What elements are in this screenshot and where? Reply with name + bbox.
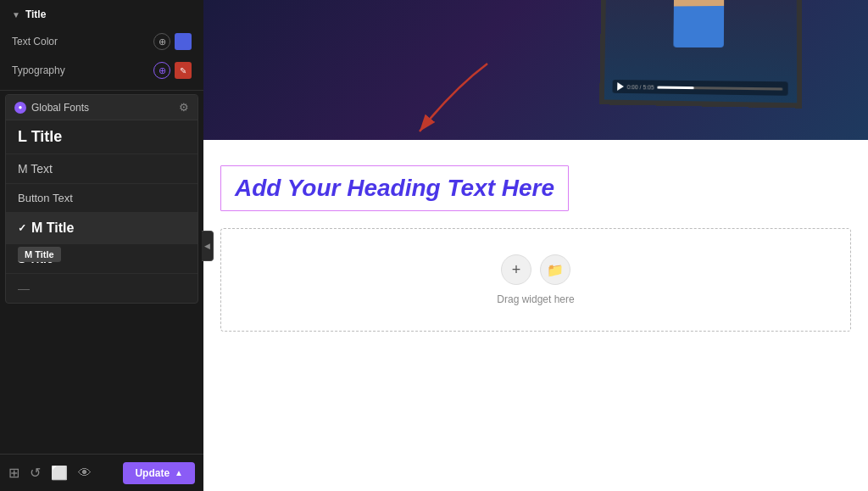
collapse-handle[interactable]: ◀ bbox=[202, 231, 214, 261]
text-color-label: Text Color bbox=[12, 36, 58, 47]
update-label: Update bbox=[135, 467, 170, 479]
canvas-area: 0:00 / 5:05 bbox=[203, 0, 868, 491]
global-fonts-dropdown: ● Global Fonts ⚙ L Title M Text Button T… bbox=[5, 94, 198, 304]
update-button[interactable]: Update ▲ bbox=[123, 462, 195, 484]
browse-widgets-button[interactable]: 📁 bbox=[540, 254, 570, 285]
typography-row: Typography ⊕ ✎ bbox=[12, 56, 192, 85]
gear-icon[interactable]: ⚙ bbox=[179, 101, 189, 114]
color-swatch[interactable] bbox=[175, 33, 192, 50]
typography-label: Typography bbox=[12, 64, 65, 76]
heading-text: Add Your Heading Text Here bbox=[235, 175, 554, 201]
typography-controls: ⊕ ✎ bbox=[153, 62, 192, 79]
global-dot-icon: ● bbox=[14, 102, 26, 114]
font-item-l-title[interactable]: L Title bbox=[6, 120, 198, 154]
font-item-dash[interactable]: — bbox=[6, 274, 198, 303]
layers-icon[interactable]: ⊞ bbox=[8, 465, 19, 481]
eye-icon[interactable]: 👁 bbox=[78, 466, 92, 481]
play-icon bbox=[617, 82, 624, 91]
widget-drop-zone[interactable]: + 📁 Drag widget here bbox=[220, 228, 851, 332]
title-section: ▼ Title Text Color ⊕ Typography ⊕ ✎ bbox=[0, 0, 203, 91]
update-chevron-icon: ▲ bbox=[175, 468, 183, 477]
font-item-m-text[interactable]: M Text bbox=[6, 154, 198, 184]
screen-person-graphic bbox=[673, 0, 724, 47]
dropdown-header-left: ● Global Fonts bbox=[14, 102, 89, 114]
collapse-arrow-icon: ▼ bbox=[12, 10, 20, 20]
text-color-row: Text Color ⊕ bbox=[12, 27, 192, 56]
title-label: Title bbox=[25, 8, 46, 20]
title-header: ▼ Title bbox=[12, 8, 192, 20]
progress-bar bbox=[657, 86, 782, 90]
heading-wrapper: Add Your Heading Text Here bbox=[220, 165, 851, 211]
sidebar-bottom: ⊞ ↺ ⬜ 👁 Update ▲ bbox=[0, 454, 203, 491]
drop-label: Drag widget here bbox=[497, 293, 574, 305]
annotation-arrow bbox=[352, 51, 521, 140]
collapse-icon: ◀ bbox=[204, 242, 210, 250]
dropdown-header: ● Global Fonts ⚙ bbox=[6, 95, 198, 120]
folder-icon: 📁 bbox=[547, 262, 564, 278]
screen-controls: 0:00 / 5:05 bbox=[612, 80, 787, 96]
m-title-tooltip: M Title bbox=[18, 247, 61, 262]
canvas-white: Add Your Heading Text Here + 📁 Drag widg… bbox=[203, 140, 868, 491]
sidebar: ▼ Title Text Color ⊕ Typography ⊕ ✎ bbox=[0, 0, 203, 491]
add-widget-button[interactable]: + bbox=[501, 254, 531, 285]
plus-icon: + bbox=[512, 261, 521, 279]
text-color-controls: ⊕ bbox=[153, 33, 192, 50]
canvas-top: 0:00 / 5:05 bbox=[203, 0, 868, 140]
history-icon[interactable]: ↺ bbox=[30, 465, 41, 481]
screen-content: 0:00 / 5:05 bbox=[604, 0, 797, 103]
font-item-button-text[interactable]: Button Text bbox=[6, 184, 198, 213]
widget-drop-buttons: + 📁 bbox=[501, 254, 570, 285]
laptop-screen: 0:00 / 5:05 bbox=[599, 0, 802, 109]
global-fonts-label: Global Fonts bbox=[31, 102, 89, 114]
font-item-m-title[interactable]: ✓ M Title M Title bbox=[6, 213, 198, 244]
time-display: 0:00 / 5:05 bbox=[627, 84, 654, 90]
laptop-mockup: 0:00 / 5:05 bbox=[597, 0, 817, 140]
progress-fill bbox=[657, 86, 693, 89]
text-color-global-icon[interactable]: ⊕ bbox=[153, 33, 170, 50]
responsive-icon[interactable]: ⬜ bbox=[51, 465, 68, 481]
typography-global-icon[interactable]: ⊕ bbox=[153, 62, 170, 79]
typography-edit-icon[interactable]: ✎ bbox=[175, 62, 192, 79]
bottom-icons: ⊞ ↺ ⬜ 👁 bbox=[8, 465, 92, 481]
sidebar-content: ▼ Title Text Color ⊕ Typography ⊕ ✎ bbox=[0, 0, 203, 454]
heading-element[interactable]: Add Your Heading Text Here bbox=[220, 165, 569, 211]
main-layout: ▼ Title Text Color ⊕ Typography ⊕ ✎ bbox=[0, 0, 868, 491]
selected-check-icon: ✓ bbox=[18, 222, 26, 234]
